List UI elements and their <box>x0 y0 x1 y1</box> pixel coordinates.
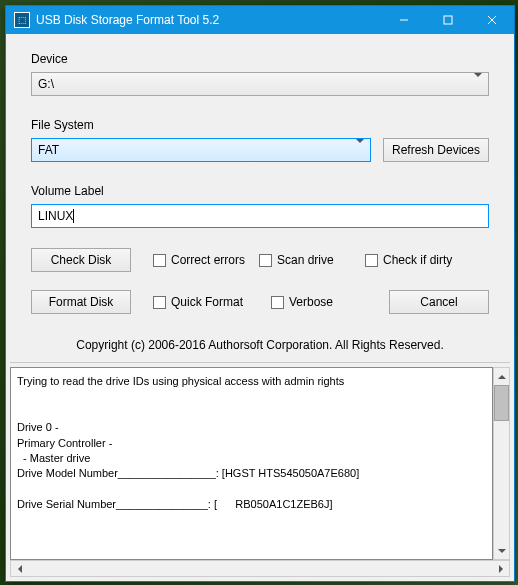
copyright-text: Copyright (c) 2006-2016 Authorsoft Corpo… <box>31 338 489 352</box>
text-caret <box>73 209 74 223</box>
scroll-down-button[interactable] <box>494 542 509 559</box>
correct-errors-option[interactable]: Correct errors <box>153 253 259 267</box>
check-dirty-label: Check if dirty <box>383 253 452 267</box>
scroll-track[interactable] <box>28 561 492 576</box>
arrow-right-icon <box>499 565 503 573</box>
close-button[interactable] <box>470 6 514 34</box>
filesystem-label: File System <box>31 118 489 132</box>
device-value: G:\ <box>38 77 54 91</box>
arrow-down-icon <box>498 549 506 553</box>
checkbox-icon <box>271 296 284 309</box>
volume-label-value: LINUX <box>38 209 73 223</box>
minimize-button[interactable] <box>382 6 426 34</box>
volume-label-input[interactable]: LINUX <box>31 204 489 228</box>
app-window: ⬚ USB Disk Storage Format Tool 5.2 Devic… <box>5 5 515 582</box>
scroll-up-button[interactable] <box>494 368 509 385</box>
scroll-thumb[interactable] <box>494 385 509 421</box>
scan-drive-option[interactable]: Scan drive <box>259 253 365 267</box>
refresh-devices-button[interactable]: Refresh Devices <box>383 138 489 162</box>
device-select[interactable]: G:\ <box>31 72 489 96</box>
vertical-scrollbar[interactable] <box>493 367 510 560</box>
quick-format-option[interactable]: Quick Format <box>153 295 271 309</box>
client-area: Device G:\ File System FAT Refresh Devic… <box>6 34 514 581</box>
log-area: Trying to read the drive IDs using physi… <box>10 362 510 560</box>
maximize-button[interactable] <box>426 6 470 34</box>
maximize-icon <box>443 15 453 25</box>
checkbox-icon <box>365 254 378 267</box>
arrow-left-icon <box>18 565 22 573</box>
close-icon <box>487 15 497 25</box>
correct-errors-label: Correct errors <box>171 253 245 267</box>
checkbox-icon <box>259 254 272 267</box>
check-disk-button[interactable]: Check Disk <box>31 248 131 272</box>
checkbox-icon <box>153 296 166 309</box>
svg-rect-1 <box>444 16 452 24</box>
chevron-down-icon <box>474 77 482 91</box>
volume-label-label: Volume Label <box>31 184 489 198</box>
device-label: Device <box>31 52 489 66</box>
app-icon: ⬚ <box>14 12 30 28</box>
verbose-option[interactable]: Verbose <box>271 295 361 309</box>
verbose-label: Verbose <box>289 295 333 309</box>
checkbox-icon <box>153 254 166 267</box>
cancel-button[interactable]: Cancel <box>389 290 489 314</box>
chevron-down-icon <box>356 143 364 157</box>
filesystem-select[interactable]: FAT <box>31 138 371 162</box>
filesystem-value: FAT <box>38 143 59 157</box>
check-dirty-option[interactable]: Check if dirty <box>365 253 473 267</box>
arrow-up-icon <box>498 375 506 379</box>
minimize-icon <box>399 15 409 25</box>
scroll-right-button[interactable] <box>492 561 509 576</box>
scroll-track[interactable] <box>494 421 509 542</box>
window-title: USB Disk Storage Format Tool 5.2 <box>36 13 382 27</box>
format-disk-button[interactable]: Format Disk <box>31 290 131 314</box>
horizontal-scrollbar[interactable] <box>10 560 510 577</box>
scan-drive-label: Scan drive <box>277 253 334 267</box>
titlebar[interactable]: ⬚ USB Disk Storage Format Tool 5.2 <box>6 6 514 34</box>
quick-format-label: Quick Format <box>171 295 243 309</box>
log-textarea[interactable]: Trying to read the drive IDs using physi… <box>10 367 493 560</box>
scroll-left-button[interactable] <box>11 561 28 576</box>
